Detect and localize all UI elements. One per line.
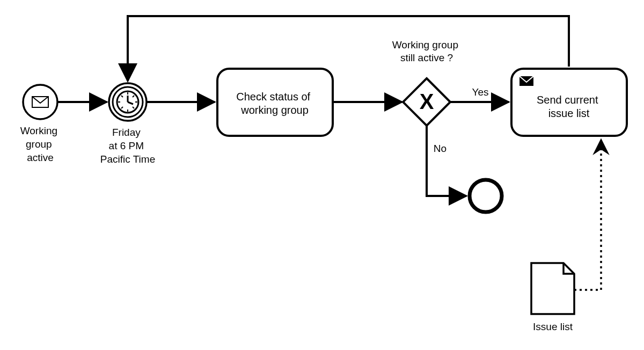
gateway-still-active: Working group still active ? X — [392, 39, 462, 126]
message-send-icon — [519, 76, 533, 86]
data-object-issue-list: Issue list — [531, 263, 574, 332]
data-object-label: Issue list — [533, 321, 573, 332]
data-association — [574, 140, 601, 290]
gateway-caption: Working group still active ? — [392, 39, 462, 63]
flow-no-label: No — [434, 143, 447, 154]
bpmn-diagram: Working group active — [0, 0, 644, 350]
task-send-issue-list: Send current issue list — [511, 69, 627, 136]
gateway-x-marker: X — [420, 90, 434, 113]
flow-yes-label: Yes — [472, 86, 489, 98]
task-check-status: Check status of working group — [217, 69, 333, 136]
message-icon — [32, 97, 48, 107]
start-event: Working group active — [20, 85, 61, 163]
timer-event-label: Friday at 6 PM Pacific Time — [100, 127, 155, 165]
flow-loop-back — [128, 16, 569, 81]
start-event-label: Working group active — [20, 125, 61, 163]
clock-icon — [117, 91, 138, 113]
end-event — [470, 180, 502, 212]
flow-no — [427, 126, 466, 196]
svg-point-17 — [470, 180, 502, 212]
timer-event: Friday at 6 PM Pacific Time — [100, 83, 155, 165]
